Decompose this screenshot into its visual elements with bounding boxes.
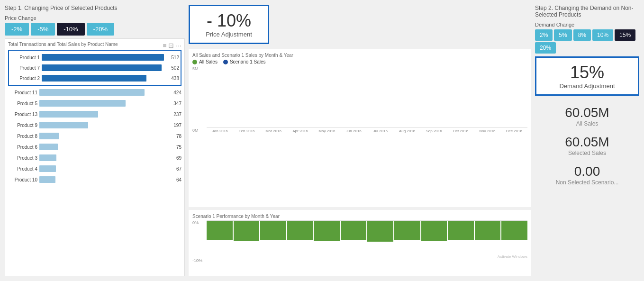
product-value: 502 bbox=[166, 65, 179, 71]
product-bar bbox=[39, 176, 55, 183]
middle-panel: - 10% Price Adjustment All Sales and Sce… bbox=[189, 5, 531, 276]
product-name: Product 5 bbox=[8, 101, 37, 106]
x-label: Apr 2016 bbox=[287, 129, 313, 133]
product-row: Product 1064 bbox=[8, 174, 181, 185]
product-bar-wrap bbox=[39, 176, 166, 183]
product-name: Product 13 bbox=[8, 112, 37, 117]
product-value: 237 bbox=[168, 112, 181, 117]
y-label-0m: 0M bbox=[192, 128, 199, 133]
demand-btn-20%[interactable]: 20% bbox=[535, 42, 556, 54]
price-buttons: -2%-5%-10%-20% bbox=[5, 23, 185, 36]
dual-bar-chart: 5M 0M Jan 2016Feb 2016Mar 2016Apr 2016Ma… bbox=[192, 66, 527, 142]
all-sales-metric-label: All Sales bbox=[576, 120, 599, 127]
product-row: Product 9197 bbox=[8, 120, 181, 130]
product-bar bbox=[39, 154, 56, 161]
legend-all-sales: All Sales bbox=[192, 59, 218, 64]
demand-btn-10%[interactable]: 10% bbox=[592, 29, 613, 41]
menu-icon[interactable]: ≡ bbox=[163, 42, 166, 49]
scenario-bar bbox=[448, 221, 474, 240]
all-sales-label: All Sales bbox=[199, 59, 218, 64]
more-icon[interactable]: ··· bbox=[176, 42, 181, 49]
scenario-bar bbox=[287, 221, 313, 240]
x-label: Jan 2016 bbox=[207, 129, 233, 133]
product-row: Product 11424 bbox=[8, 87, 181, 98]
product-name: Product 4 bbox=[8, 166, 37, 172]
product-bar bbox=[42, 64, 162, 71]
product-value: 347 bbox=[168, 101, 181, 106]
step2-header: Demand Change 2%5%8%10%15%20% bbox=[535, 22, 639, 54]
product-list: Product 1512Product 7502Product 2438Prod… bbox=[8, 50, 181, 185]
product-bar-wrap bbox=[39, 122, 166, 128]
product-name: Product 7 bbox=[10, 65, 40, 71]
x-label: Sep 2016 bbox=[420, 129, 447, 133]
y-label-5m: 5M bbox=[192, 66, 199, 71]
price-change-section: Price Change -2%-5%-10%-20% bbox=[5, 15, 185, 36]
product-row: Product 2438 bbox=[10, 73, 179, 83]
x-label: Jul 2016 bbox=[367, 129, 394, 133]
scenario-chart-area: 0% -10% Activate Windows bbox=[192, 220, 527, 263]
scenario-bar bbox=[314, 221, 340, 241]
selected-sales-metric: 60.05M Selected Sales bbox=[535, 135, 639, 156]
product-row: Product 7502 bbox=[10, 63, 179, 73]
activate-watermark: Activate Windows bbox=[207, 254, 527, 259]
scenario-bar bbox=[394, 221, 420, 240]
right-panel: Step 2. Changing the Demand on Non-Selec… bbox=[535, 5, 639, 276]
selected-products-group: Product 1512Product 7502Product 2438 bbox=[8, 50, 181, 86]
demand-adj-box: 15% Demand Adjustment bbox=[535, 56, 639, 96]
price-adj-label: Price Adjustment bbox=[206, 31, 252, 38]
product-name: Product 11 bbox=[8, 90, 37, 95]
x-labels: Jan 2016Feb 2016Mar 2016Apr 2016May 2016… bbox=[207, 129, 527, 133]
demand-btn-8%[interactable]: 8% bbox=[573, 29, 591, 41]
product-bar bbox=[39, 100, 126, 107]
product-bar bbox=[39, 89, 145, 96]
product-row: Product 5347 bbox=[8, 98, 181, 109]
product-bar-wrap bbox=[42, 54, 164, 61]
product-name: Product 2 bbox=[10, 76, 40, 81]
product-bar-wrap bbox=[42, 64, 164, 71]
selected-sales-value: 60.05M bbox=[565, 135, 609, 150]
product-row: Product 369 bbox=[8, 153, 181, 163]
pct-0: 0% bbox=[192, 220, 199, 225]
product-name: Product 9 bbox=[8, 123, 37, 128]
demand-btn-15%[interactable]: 15% bbox=[615, 29, 635, 41]
product-value: 64 bbox=[168, 177, 181, 182]
all-sales-dot bbox=[192, 60, 197, 64]
scenario1-sales-label: Scenario 1 Sales bbox=[230, 59, 266, 64]
product-bar bbox=[39, 111, 98, 118]
product-bar-wrap bbox=[42, 75, 164, 82]
price-btn--2%[interactable]: -2% bbox=[5, 23, 29, 36]
scenario-bar bbox=[207, 221, 233, 240]
x-label: Aug 2016 bbox=[394, 129, 420, 133]
product-row: Product 1512 bbox=[10, 52, 179, 63]
scenario-chart-section: Scenario 1 Performance by Month & Year 0… bbox=[189, 210, 531, 276]
product-value: 78 bbox=[168, 134, 181, 139]
all-sales-chart-section: All Sales and Scenario 1 Sales by Month … bbox=[189, 49, 531, 207]
x-label: May 2016 bbox=[314, 129, 340, 133]
price-btn--20%[interactable]: -20% bbox=[87, 23, 114, 36]
product-row: Product 675 bbox=[8, 142, 181, 152]
demand-btn-5%[interactable]: 5% bbox=[554, 29, 571, 41]
x-label: Mar 2016 bbox=[260, 129, 287, 133]
product-bar bbox=[39, 144, 58, 150]
scenario-bar bbox=[367, 221, 393, 242]
x-label: Dec 2016 bbox=[501, 129, 527, 133]
product-bar-wrap bbox=[39, 89, 166, 96]
scenario-bar bbox=[475, 221, 501, 240]
product-bar bbox=[39, 133, 59, 139]
price-btn--10%[interactable]: -10% bbox=[57, 23, 84, 36]
scenario1-sales-dot bbox=[223, 60, 228, 64]
product-bar-wrap bbox=[39, 165, 166, 172]
all-sales-value: 60.05M bbox=[565, 105, 609, 120]
expand-icon[interactable]: ⊡ bbox=[168, 42, 174, 49]
pct-10: -10% bbox=[192, 258, 202, 263]
product-bar-wrap bbox=[39, 100, 166, 107]
price-btn--5%[interactable]: -5% bbox=[31, 23, 55, 36]
product-bar bbox=[39, 165, 56, 172]
product-bar-wrap bbox=[39, 154, 166, 161]
product-value: 424 bbox=[168, 90, 181, 95]
product-name: Product 10 bbox=[8, 177, 37, 182]
product-bar-wrap bbox=[39, 111, 166, 118]
scenario-bar bbox=[421, 221, 447, 241]
demand-btn-2%[interactable]: 2% bbox=[535, 29, 553, 41]
bar-chart-panel: ≡ ⊡ ··· Total Transactions and Total Sal… bbox=[5, 38, 185, 276]
